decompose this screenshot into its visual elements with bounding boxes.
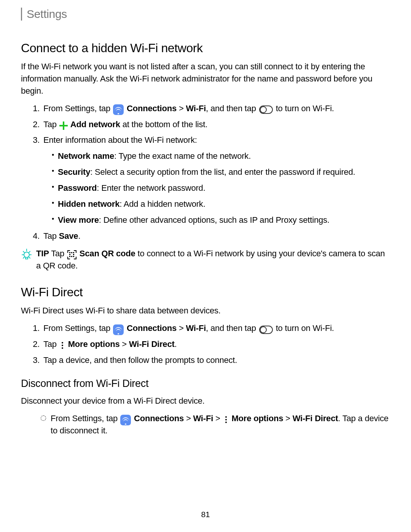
breadcrumb-title: Settings xyxy=(27,8,390,21)
wifi-icon xyxy=(113,104,124,115)
heading-connect-hidden: Connect to a hidden Wi-Fi network xyxy=(21,41,390,55)
wd-step-2: Tap More options > Wi-Fi Direct. xyxy=(42,338,390,350)
qr-icon xyxy=(67,250,76,259)
more-icon xyxy=(60,341,65,350)
sub-hidden-network: Hidden network: Add a hidden network. xyxy=(52,198,390,210)
step-3: Enter information about the Wi-Fi networ… xyxy=(42,134,390,226)
step-4: Tap Save. xyxy=(42,230,390,242)
page-header: Settings xyxy=(21,8,390,21)
wd-step-3: Tap a device, and then follow the prompt… xyxy=(42,354,390,366)
sub-network-name: Network name: Type the exact name of the… xyxy=(52,150,390,162)
steps-connect-hidden: From Settings, tap Connections > Wi-Fi, … xyxy=(21,102,390,242)
intro-connect-hidden: If the Wi-Fi network you want is not lis… xyxy=(21,61,390,97)
sub-security: Security: Select a security option from … xyxy=(52,166,390,178)
step-1: From Settings, tap Connections > Wi-Fi, … xyxy=(42,102,390,115)
page-number: 81 xyxy=(0,510,411,519)
step-2: Tap Add network at the bottom of the lis… xyxy=(42,118,390,131)
svg-line-6 xyxy=(23,257,24,258)
sub-password: Password: Enter the network password. xyxy=(52,182,390,194)
wifi-icon xyxy=(120,415,131,425)
intro-disconnect: Disconnect your device from a Wi-Fi Dire… xyxy=(21,395,390,407)
toggle-icon xyxy=(259,105,273,114)
save-label: Save xyxy=(59,231,78,241)
heading-disconnect: Disconnect from Wi-Fi Direct xyxy=(21,378,390,390)
scan-qr-label: Scan QR code xyxy=(80,249,135,258)
svg-line-7 xyxy=(29,257,30,258)
svg-line-5 xyxy=(29,251,30,252)
wifi-label: Wi-Fi xyxy=(186,104,206,113)
tip-text: TIP Tap Scan QR code to connect to a Wi-… xyxy=(36,248,390,272)
sub-view-more: View more: Define other advanced options… xyxy=(52,214,390,226)
wd-step-1: From Settings, tap Connections > Wi-Fi, … xyxy=(42,322,390,334)
heading-wifi-direct: Wi-Fi Direct xyxy=(21,285,390,299)
substeps: Network name: Type the exact name of the… xyxy=(43,150,390,226)
more-icon xyxy=(223,415,229,424)
svg-line-4 xyxy=(23,251,24,252)
intro-wifi-direct: Wi-Fi Direct uses Wi-Fi to share data be… xyxy=(21,305,390,317)
tip-block: TIP Tap Scan QR code to connect to a Wi-… xyxy=(21,248,390,272)
lightbulb-icon xyxy=(21,248,32,261)
disconnect-step: From Settings, tap Connections > Wi-Fi >… xyxy=(41,412,390,437)
wifi-icon xyxy=(113,324,124,335)
add-network-label: Add network xyxy=(70,120,120,129)
steps-wifi-direct: From Settings, tap Connections > Wi-Fi, … xyxy=(21,322,390,366)
plus-icon xyxy=(59,121,68,130)
disconnect-steps: From Settings, tap Connections > Wi-Fi >… xyxy=(21,412,390,437)
toggle-icon xyxy=(259,326,273,334)
connections-label: Connections xyxy=(127,104,177,113)
svg-point-0 xyxy=(24,252,29,257)
